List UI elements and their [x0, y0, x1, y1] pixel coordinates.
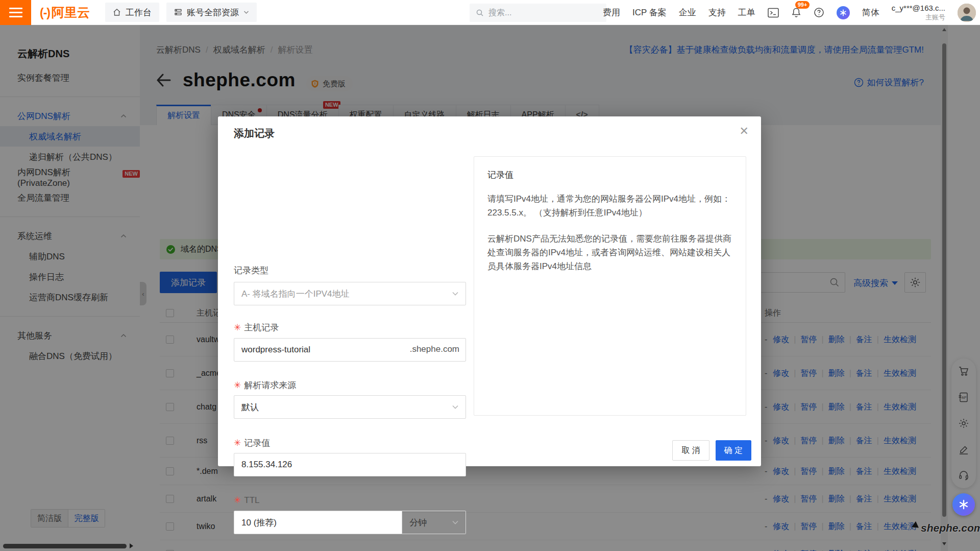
chevron-down-icon	[243, 10, 249, 14]
nav-menu-item[interactable]: 支持	[708, 7, 726, 18]
avatar[interactable]	[958, 4, 976, 22]
request-source-label: ✳解析请求来源	[234, 379, 296, 391]
resources-icon	[174, 8, 182, 16]
cloudshell-icon[interactable]	[768, 8, 779, 18]
hamburger-menu-icon[interactable]	[0, 0, 31, 25]
confirm-button[interactable]: 确 定	[716, 440, 751, 461]
aliyun-logo-text: 阿里云	[52, 4, 90, 21]
aliyun-logo-mark: (-)	[40, 6, 50, 20]
notifications-bell-icon[interactable]: 99+	[791, 7, 801, 18]
close-icon[interactable]: ✕	[740, 126, 749, 137]
host-record-field: .shephe.com	[234, 338, 466, 362]
navbar-right-group: 费用ICP 备案企业支持工单 99+ 简体 c_y***@163.c... 主账…	[603, 0, 976, 25]
nav-menu-item[interactable]: ICP 备案	[632, 7, 667, 18]
help-paragraph: 请填写IPv4地址，通常为您的网站服务器公网IPv4地址，例如：223.5.5.…	[487, 192, 732, 220]
ttl-field: 分钟	[234, 511, 466, 534]
nav-menu-item[interactable]: 费用	[603, 7, 620, 18]
user-account[interactable]: c_y***@163.c... 主账号	[892, 4, 945, 21]
help-icon[interactable]	[814, 7, 824, 18]
app-center-icon[interactable]	[837, 6, 850, 19]
aliyun-logo[interactable]: (-) 阿里云	[40, 4, 90, 21]
language-switcher[interactable]: 简体	[862, 7, 879, 18]
recording-watermark: shephe.com>	[913, 522, 980, 534]
add-record-modal: 添加记录 ✕ 记录类型 A- 将域名指向一个IPV4地址 ✳主机记录 .shep…	[218, 116, 761, 466]
search-icon	[476, 9, 484, 17]
modal-title: 添加记录	[234, 127, 275, 140]
notification-badge: 99+	[795, 1, 810, 9]
global-search-input[interactable]: 搜索...	[470, 4, 606, 22]
cancel-button[interactable]: 取 消	[672, 440, 709, 461]
ttl-unit-select[interactable]: 分钟	[402, 511, 466, 534]
domain-suffix: .shephe.com	[410, 344, 459, 354]
nav-menu-item[interactable]: 企业	[679, 7, 696, 18]
ttl-label: ✳TTL	[234, 495, 259, 506]
top-navbar: (-) 阿里云 工作台 账号全部资源 搜索... 费用ICP 备案企业支持工单 …	[0, 0, 980, 25]
help-paragraph: 云解析DNS产品无法知悉您的记录值，需要您前往服务器提供商处查询服务器的IPv4…	[487, 232, 732, 273]
chevron-down-icon	[452, 291, 459, 297]
record-type-select[interactable]: A- 将域名指向一个IPV4地址	[234, 282, 466, 305]
ttl-input[interactable]	[234, 511, 402, 534]
record-value-help-panel: 记录值 请填写IPv4地址，通常为您的网站服务器公网IPv4地址，例如：223.…	[474, 156, 746, 416]
chevron-down-icon	[452, 404, 459, 410]
chevron-down-icon	[452, 520, 459, 525]
home-icon	[113, 8, 121, 16]
user-role: 主账号	[892, 13, 945, 21]
search-placeholder: 搜索...	[488, 8, 511, 18]
account-resources-dropdown[interactable]: 账号全部资源	[166, 3, 257, 22]
record-type-label: 记录类型	[234, 265, 268, 276]
cursor-icon	[912, 521, 921, 531]
request-source-select[interactable]: 默认	[234, 395, 466, 419]
nav-menu-item[interactable]: 工单	[738, 7, 755, 18]
record-value-label: ✳记录值	[234, 437, 270, 449]
host-record-label: ✳主机记录	[234, 322, 279, 333]
workbench-button[interactable]: 工作台	[105, 3, 159, 22]
user-email: c_y***@163.c...	[892, 4, 945, 13]
record-value-input[interactable]	[234, 453, 466, 476]
aliyun-dns-console: (-) 阿里云 工作台 账号全部资源 搜索... 费用ICP 备案企业支持工单 …	[0, 0, 980, 551]
assistant-logo-icon[interactable]	[952, 493, 975, 516]
help-title: 记录值	[487, 168, 732, 182]
